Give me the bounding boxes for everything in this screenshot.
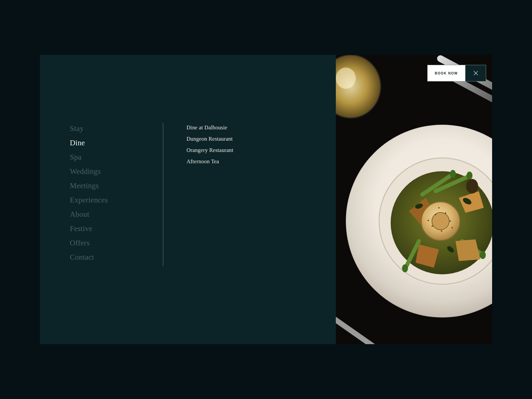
svg-point-30 <box>432 225 433 227</box>
nav-item-contact[interactable]: Contact <box>70 250 163 264</box>
menu-panel: Stay Dine Spa Weddings Meetings Experien… <box>40 55 492 344</box>
nav-item-stay[interactable]: Stay <box>70 121 163 136</box>
close-icon <box>473 70 479 76</box>
subnav-item-dine-at-dalhousie[interactable]: Dine at Dalhousie <box>187 122 233 133</box>
svg-point-33 <box>428 220 429 221</box>
nav-item-offers[interactable]: Offers <box>70 236 163 250</box>
svg-point-19 <box>402 264 408 272</box>
subnav-item-dungeon-restaurant[interactable]: Dungeon Restaurant <box>187 133 233 145</box>
nav-item-weddings[interactable]: Weddings <box>70 164 163 179</box>
nav-item-about[interactable]: About <box>70 207 163 221</box>
svg-point-28 <box>450 220 451 222</box>
nav-item-experiences[interactable]: Experiences <box>70 193 163 207</box>
primary-nav: Stay Dine Spa Weddings Meetings Experien… <box>70 121 163 344</box>
nav-item-festive[interactable]: Festive <box>70 221 163 236</box>
subnav-item-orangery-restaurant[interactable]: Orangery Restaurant <box>187 145 233 156</box>
svg-point-26 <box>435 214 436 215</box>
close-button[interactable] <box>465 65 486 81</box>
top-actions: BOOK NOW <box>427 65 486 81</box>
hero-image: BOOK NOW <box>336 55 492 344</box>
nav-item-spa[interactable]: Spa <box>70 150 163 164</box>
subnav-item-afternoon-tea[interactable]: Afternoon Tea <box>187 156 233 167</box>
svg-point-31 <box>438 207 440 208</box>
sub-nav: Dine at Dalhousie Dungeon Restaurant Ora… <box>163 121 233 344</box>
svg-point-20 <box>480 251 486 259</box>
svg-point-29 <box>441 230 442 232</box>
svg-point-18 <box>466 172 472 180</box>
book-now-button[interactable]: BOOK NOW <box>428 65 465 81</box>
svg-point-17 <box>450 170 456 178</box>
svg-point-27 <box>445 212 446 214</box>
svg-point-21 <box>466 179 478 194</box>
svg-point-32 <box>452 227 453 228</box>
nav-item-dine[interactable]: Dine <box>70 136 163 150</box>
nav-item-meetings[interactable]: Meetings <box>70 179 163 193</box>
svg-point-4 <box>336 67 356 89</box>
nav-area: Stay Dine Spa Weddings Meetings Experien… <box>40 55 336 344</box>
